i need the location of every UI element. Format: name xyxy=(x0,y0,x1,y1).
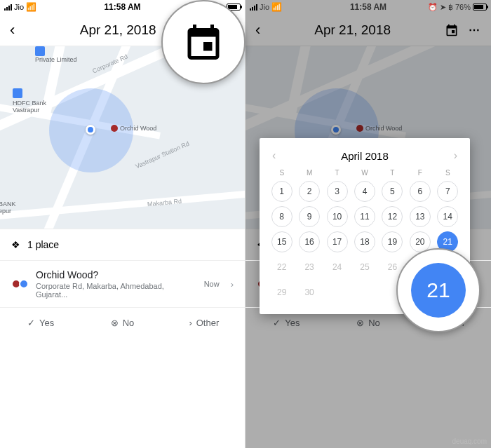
calendar-day[interactable]: 17 xyxy=(327,231,348,252)
signal-bars-icon xyxy=(4,4,12,11)
page-title: Apr 21, 2018 xyxy=(314,22,391,38)
place-row-icons xyxy=(11,279,29,289)
calendar-day-future: 24 xyxy=(327,257,348,278)
calendar-day[interactable]: 2 xyxy=(299,181,320,202)
calendar-day[interactable]: 6 xyxy=(410,181,431,202)
current-location-dot xyxy=(331,125,341,135)
other-button[interactable]: ›Other xyxy=(163,308,245,338)
poi-bank: BANKepur xyxy=(0,201,16,215)
prev-month-button[interactable]: ‹ xyxy=(272,149,276,162)
battery-pct: 76% xyxy=(455,3,471,11)
check-icon: ✓ xyxy=(27,318,35,328)
wifi-icon: 📶 xyxy=(26,2,36,12)
calendar-day-future: 23 xyxy=(299,257,320,278)
chevron-right-icon: › xyxy=(189,318,191,328)
signal-bars-icon xyxy=(250,4,257,11)
x-icon: ⊗ xyxy=(356,318,364,328)
calendar-dow: S xyxy=(269,169,294,177)
road-label-station: Vastrapur Station Rd xyxy=(135,140,191,170)
place-row-orchid[interactable]: Orchid Wood? Corporate Rd, Makarba, Ahme… xyxy=(0,260,245,307)
calendar-dow: S xyxy=(436,169,460,177)
current-location-dot xyxy=(86,125,95,135)
place-pin-icon: ❖ xyxy=(11,239,20,250)
x-icon: ⊗ xyxy=(111,318,119,328)
calendar-day[interactable]: 1 xyxy=(271,181,292,202)
more-icon[interactable]: ⋯ xyxy=(469,23,481,36)
status-bar: Jio 📶 11:58 AM ⏰ ➤ ฿ 76% xyxy=(246,0,491,14)
back-button[interactable]: ‹ xyxy=(10,21,15,39)
calendar-day[interactable]: 10 xyxy=(327,206,348,227)
check-icon: ✓ xyxy=(273,318,281,328)
status-time: 11:58 AM xyxy=(104,2,140,12)
calendar-day[interactable]: 7 xyxy=(437,181,458,202)
place-row-title: Orchid Wood? xyxy=(36,269,197,280)
calendar-dow: F xyxy=(408,169,432,177)
selected-day-big: 21 xyxy=(411,263,466,318)
place-row-subtitle: Corporate Rd, Makarba, Ahmedabad, Gujara… xyxy=(36,282,197,299)
alarm-icon: ⏰ xyxy=(428,3,438,12)
bluetooth-icon: ฿ xyxy=(448,3,453,12)
wifi-icon: 📶 xyxy=(271,2,282,12)
calendar-dow: M xyxy=(297,169,321,177)
calendar-icon-large xyxy=(182,21,224,63)
nav-arrow-icon: ➤ xyxy=(440,3,446,12)
calendar-day[interactable]: 3 xyxy=(327,181,348,202)
status-left: Jio 📶 xyxy=(250,2,282,12)
status-time: 11:58 AM xyxy=(350,2,386,12)
calendar-day[interactable]: 15 xyxy=(271,231,292,252)
watermark: deuaq.com xyxy=(452,437,487,445)
battery-icon xyxy=(473,4,487,11)
calendar-day[interactable]: 4 xyxy=(354,181,375,202)
calendar-day[interactable]: 13 xyxy=(410,206,431,227)
place-count-row: ❖ 1 place xyxy=(0,229,245,260)
calendar-day[interactable]: 11 xyxy=(354,206,375,227)
calendar-day-future: 22 xyxy=(271,257,292,278)
confirm-actions: ✓Yes ⊗No ›Other xyxy=(0,307,245,338)
highlight-calendar-icon xyxy=(161,0,246,84)
poi-hdfc: HDFC BankVastrapur xyxy=(13,88,46,114)
back-button[interactable]: ‹ xyxy=(255,21,260,39)
calendar-dow: T xyxy=(380,169,405,177)
calendar-month-label: April 2018 xyxy=(341,150,389,162)
poi-orchid-wood[interactable]: Orchid Wood xyxy=(111,125,156,132)
carrier-label: Jio xyxy=(260,3,269,11)
place-row-time: Now xyxy=(204,280,220,288)
calendar-dow: W xyxy=(352,169,377,177)
calendar-day-future: 25 xyxy=(354,257,375,278)
page-title: Apr 21, 2018 xyxy=(80,22,156,38)
calendar-day[interactable]: 12 xyxy=(382,206,403,227)
highlight-selected-day: 21 xyxy=(396,248,480,332)
calendar-day[interactable]: 8 xyxy=(271,206,292,227)
nav-bar: ‹ Apr 21, 2018 ⋯ xyxy=(246,14,491,46)
calendar-day-future: 29 xyxy=(271,282,292,303)
calendar-day[interactable]: 9 xyxy=(299,206,320,227)
calendar-day[interactable]: 5 xyxy=(382,181,403,202)
calendar-day[interactable]: 14 xyxy=(437,206,458,227)
no-button[interactable]: ⊗No xyxy=(81,308,163,338)
calendar-dow: T xyxy=(325,169,349,177)
calendar-day[interactable]: 16 xyxy=(299,231,320,252)
carrier-label: Jio xyxy=(14,3,24,11)
place-count-label: 1 place xyxy=(27,239,59,250)
chevron-right-icon: › xyxy=(231,279,234,290)
next-month-button[interactable]: › xyxy=(454,149,457,162)
calendar-day[interactable]: 18 xyxy=(354,231,375,252)
poi-orchid-wood: Orchid Wood xyxy=(356,125,402,132)
calendar-day-future: 30 xyxy=(299,282,320,303)
poi-private: Private Limited xyxy=(35,46,77,63)
calendar-day[interactable]: 19 xyxy=(382,231,403,252)
status-left: Jio 📶 xyxy=(4,2,36,12)
yes-button[interactable]: ✓Yes xyxy=(0,308,81,338)
calendar-icon[interactable] xyxy=(445,23,459,37)
status-right: ⏰ ➤ ฿ 76% xyxy=(428,3,487,12)
